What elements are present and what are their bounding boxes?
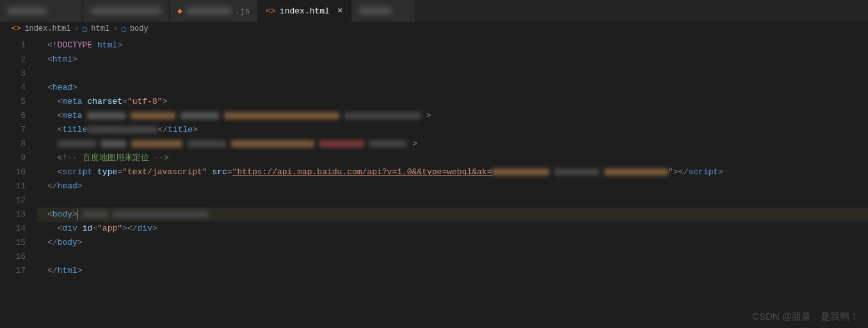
tab-1[interactable] [0,0,83,22]
tab-label-blurred [91,8,161,14]
tab-3[interactable]: ◆ .js [170,0,258,22]
tab-label-blurred [186,8,231,14]
tab-index-html[interactable]: <> index.html × [258,0,351,22]
tab-label-blurred [359,8,391,14]
breadcrumb-html[interactable]: html [91,24,109,33]
orange-icon: ◆ [177,6,182,16]
cube-icon: ▢ [122,24,126,34]
text-cursor [77,209,77,220]
breadcrumb: <> index.html › ▢ html › ▢ body [0,22,868,36]
tab-2[interactable] [83,0,170,22]
tab-label-blurred [8,8,46,14]
tab-label: index.html [280,6,330,16]
breadcrumb-body[interactable]: body [130,24,149,33]
cube-icon: ▢ [83,24,87,34]
html-icon: <> [12,24,20,33]
html-icon: <> [266,6,276,16]
breadcrumb-file[interactable]: index.html [24,24,70,33]
line-number-gutter: 1234567891011121314151617 [0,36,37,328]
editor-tabs: ◆ .js <> index.html × [0,0,868,22]
chevron-right-icon: › [74,25,79,33]
code-editor[interactable]: 1234567891011121314151617 <!DOCTYPE html… [0,36,868,328]
tab-5[interactable] [351,0,415,22]
code-content[interactable]: <!DOCTYPE html> <html> <head> <meta char… [37,36,868,328]
chevron-right-icon: › [113,25,118,33]
close-icon[interactable]: × [337,6,343,16]
